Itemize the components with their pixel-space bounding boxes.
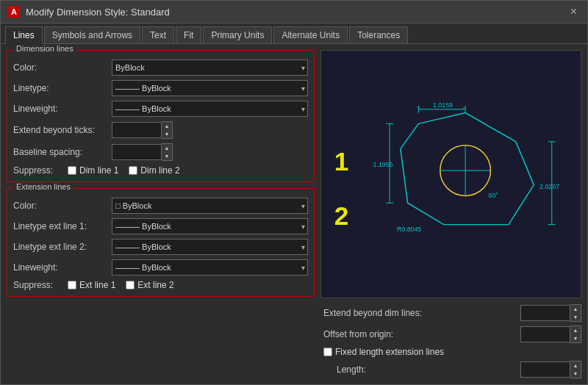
dialog-title: Modify Dimension Style: Standard <box>26 7 562 18</box>
ext-beyond-dim-label: Extend beyond dim lines: <box>323 308 517 318</box>
main-content: Dimension lines Color: ByBlock Linetype: <box>1 44 587 384</box>
ext-linetype1-select[interactable]: ——— ByBlock <box>112 218 308 234</box>
ext-line1-checkbox-label[interactable]: Ext line 1 <box>68 280 115 290</box>
dim-baseline-label: Baseline spacing: <box>13 147 109 157</box>
dim-extend-up-btn[interactable]: ▲ <box>162 122 172 130</box>
dim-lineweight-label: Lineweight: <box>13 104 109 114</box>
dim-line1-label: Dim line 1 <box>79 165 118 176</box>
ext-color-label: Color: <box>13 201 109 211</box>
ext-beyond-dim-up[interactable]: ▲ <box>570 305 581 313</box>
dim-extend-label: Extend beyond ticks: <box>13 125 109 135</box>
ext-lineweight-label: Lineweight: <box>13 262 109 273</box>
offset-origin-up[interactable]: ▲ <box>570 326 581 334</box>
dim-1-0159-label: 1.0159 <box>433 101 453 109</box>
dim-line2-checkbox[interactable] <box>129 166 137 175</box>
dim-extend-spinner-btns: ▲ ▼ <box>162 121 173 139</box>
dim-suppress-row: Suppress: Dim line 1 Dim line 2 <box>13 165 308 176</box>
svg-text:→: → <box>415 104 420 111</box>
offset-origin-label: Offset from origin: <box>323 329 517 339</box>
svg-text:1: 1 <box>334 147 349 176</box>
ext-line2-label: Ext line 2 <box>137 280 173 290</box>
ext-line2-checkbox-label[interactable]: Ext line 2 <box>126 280 173 290</box>
dim-extend-input[interactable]: 0.0000 <box>112 122 162 138</box>
tab-symbols-arrows[interactable]: Symbols and Arrows <box>44 26 140 43</box>
length-btns: ▲ ▼ <box>570 361 581 378</box>
ext-linetype1-label: Linetype ext line 1: <box>13 221 109 231</box>
dim-1-1955-label: 1.1955 <box>373 161 393 168</box>
offset-origin-spinner: 0.0625 ▲ ▼ <box>520 325 581 343</box>
tab-text[interactable]: Text <box>142 26 174 43</box>
dim-color-row: Color: ByBlock <box>13 60 308 76</box>
offset-origin-row: Offset from origin: 0.0625 ▲ ▼ <box>323 325 581 343</box>
ext-linetype2-select-wrapper: ——— ByBlock <box>112 239 308 255</box>
ext-lineweight-row: Lineweight: ——— ByBlock <box>13 259 308 276</box>
dim-linetype-label: Linetype: <box>13 83 109 93</box>
dim-linetype-select[interactable]: ——— ByBlock <box>112 80 308 96</box>
dialog-window: A Modify Dimension Style: Standard × Lin… <box>0 0 588 385</box>
ext-linetype2-row: Linetype ext line 2: ——— ByBlock <box>13 239 308 255</box>
dim-extend-spinner: 0.0000 ▲ ▼ <box>112 121 173 139</box>
app-icon: A <box>8 6 20 18</box>
fixed-length-label: Fixed length extension lines <box>335 347 444 357</box>
offset-origin-down[interactable]: ▼ <box>570 334 581 342</box>
length-spinner: 1.0000 ▲ ▼ <box>520 361 581 378</box>
dim-line2-checkbox-label[interactable]: Dim line 2 <box>129 165 179 176</box>
extension-lines-section: Extension lines Color: □ ByBlock Linetyp… <box>7 188 315 297</box>
tab-fit[interactable]: Fit <box>176 26 201 43</box>
close-button[interactable]: × <box>567 5 580 18</box>
dim-baseline-down-btn[interactable]: ▼ <box>162 152 172 160</box>
ext-beyond-dim-down[interactable]: ▼ <box>570 313 581 321</box>
fixed-length-checkbox[interactable] <box>323 348 332 356</box>
dim-extend-row: Extend beyond ticks: 0.0000 ▲ ▼ <box>13 121 308 139</box>
tab-bar: Lines Symbols and Arrows Text Fit Primar… <box>1 24 587 44</box>
ext-color-row: Color: □ ByBlock <box>13 198 308 214</box>
dim-2-0207-label: 2.0207 <box>539 183 559 190</box>
ext-linetype2-select[interactable]: ——— ByBlock <box>112 239 308 255</box>
dim-baseline-spinner: 0.3800 ▲ ▼ <box>112 143 173 161</box>
dim-color-label: Color: <box>13 62 109 73</box>
dim-lineweight-select-wrapper: ——— ByBlock <box>112 101 308 117</box>
svg-text:←: ← <box>462 104 467 111</box>
dim-linetype-select-wrapper: ——— ByBlock <box>112 80 308 96</box>
dim-line1-checkbox-label[interactable]: Dim line 1 <box>68 165 118 176</box>
dim-lineweight-select[interactable]: ——— ByBlock <box>112 101 308 117</box>
offset-origin-input[interactable]: 0.0625 <box>520 326 570 342</box>
dim-baseline-input[interactable]: 0.3800 <box>112 144 162 160</box>
tab-lines[interactable]: Lines <box>5 26 43 44</box>
extension-lines-title: Extension lines <box>13 182 74 191</box>
dim-lineweight-row: Lineweight: ——— ByBlock <box>13 101 308 117</box>
length-input[interactable]: 1.0000 <box>520 361 570 378</box>
dim-r0-8045-label: R0.8045 <box>397 226 421 233</box>
ext-beyond-dim-spinner: 0.1800 ▲ ▼ <box>520 304 581 322</box>
fixed-length-row: Fixed length extension lines <box>323 347 581 357</box>
ext-line1-checkbox[interactable] <box>68 281 76 289</box>
length-up[interactable]: ▲ <box>570 361 581 370</box>
dimension-lines-title: Dimension lines <box>13 44 76 53</box>
ext-beyond-dim-btns: ▲ ▼ <box>570 304 581 322</box>
ext-color-select-wrapper: □ ByBlock <box>112 198 308 214</box>
ext-beyond-dim-row: Extend beyond dim lines: 0.1800 ▲ ▼ <box>323 304 581 322</box>
ext-line2-checkbox[interactable] <box>126 281 135 289</box>
length-down[interactable]: ▼ <box>570 370 581 378</box>
ext-color-select[interactable]: □ ByBlock <box>112 198 308 214</box>
ext-lineweight-select[interactable]: ——— ByBlock <box>112 259 308 276</box>
dim-extend-down-btn[interactable]: ▼ <box>162 130 172 138</box>
tab-tolerances[interactable]: Tolerances <box>349 26 408 43</box>
dim-baseline-spinner-btns: ▲ ▼ <box>162 143 173 161</box>
svg-text:2: 2 <box>334 201 349 230</box>
ext-lineweight-select-wrapper: ——— ByBlock <box>112 259 308 276</box>
ext-beyond-dim-input[interactable]: 0.1800 <box>520 305 570 321</box>
fixed-length-checkbox-label[interactable]: Fixed length extension lines <box>323 347 444 357</box>
preview-svg: 1 2 <box>321 51 581 298</box>
dim-line1-checkbox[interactable] <box>68 166 76 175</box>
tab-alternate-units[interactable]: Alternate Units <box>273 26 348 43</box>
tab-primary-units[interactable]: Primary Units <box>203 26 272 43</box>
dim-linetype-row: Linetype: ——— ByBlock <box>13 80 308 96</box>
ext-linetype1-row: Linetype ext line 1: ——— ByBlock <box>13 218 308 234</box>
preview-area: 1 2 <box>320 50 581 298</box>
dim-baseline-up-btn[interactable]: ▲ <box>162 144 172 152</box>
ext-linetype2-label: Linetype ext line 2: <box>13 242 109 252</box>
left-panel: Dimension lines Color: ByBlock Linetype: <box>1 44 320 384</box>
dim-color-select[interactable]: ByBlock <box>112 60 308 76</box>
dim-line2-label: Dim line 2 <box>140 165 179 176</box>
